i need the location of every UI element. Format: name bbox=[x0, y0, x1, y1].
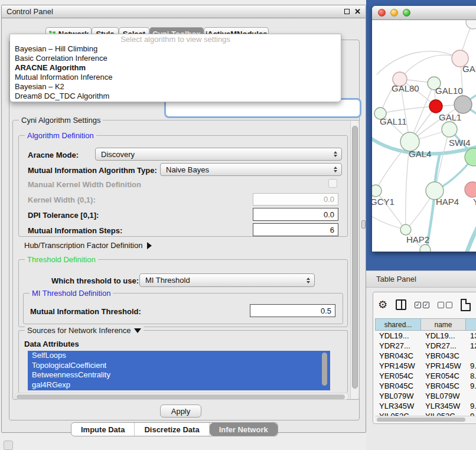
manual-kernel-checkbox[interactable] bbox=[328, 179, 337, 188]
mi-threshold-group-title: MI Threshold Definition bbox=[30, 289, 113, 298]
table-row[interactable]: YBL079WYBL079W bbox=[375, 391, 476, 401]
dpi-tolerance-field[interactable]: 0.0 bbox=[253, 208, 338, 221]
node-table: shared...nameYDL19...YDL19...13YDR27...Y… bbox=[375, 318, 476, 421]
table-row[interactable]: YER054CYER054C8. bbox=[375, 371, 476, 381]
dpi-tolerance-label: DPI Tolerance [0,1]: bbox=[28, 211, 99, 220]
table-row[interactable]: YBR043CYBR043C bbox=[375, 351, 476, 361]
network-node[interactable] bbox=[454, 96, 472, 113]
network-node[interactable] bbox=[400, 224, 411, 235]
table-column-header[interactable] bbox=[466, 318, 476, 331]
algorithm-definition-title: Algorithm Definition bbox=[25, 131, 96, 140]
table-cell: 9. bbox=[466, 381, 476, 391]
checked-boxes-icon[interactable]: ✓✓ bbox=[415, 302, 429, 308]
table-cell: YER054C bbox=[375, 371, 421, 381]
table-panel-title: Table Panel bbox=[376, 275, 416, 283]
data-attribute-item[interactable]: TopologicalCoefficient bbox=[28, 361, 330, 371]
data-attribute-item[interactable]: BetweennessCentrality bbox=[28, 370, 330, 380]
algorithm-option[interactable]: ARACNE Algorithm bbox=[10, 63, 341, 73]
network-node[interactable] bbox=[466, 20, 476, 29]
control-panel-titlebar: Control Panel ✕ bbox=[2, 5, 366, 18]
apply-button[interactable]: Apply bbox=[160, 405, 201, 418]
kernel-width-field[interactable]: 0.0 bbox=[253, 193, 338, 206]
table-cell: YBR043C bbox=[375, 351, 421, 361]
network-node-label: GAL10 bbox=[435, 86, 463, 96]
table-cell: YDR27... bbox=[375, 341, 421, 351]
algorithm-option[interactable]: Dream8 DC_TDC Algorithm bbox=[10, 92, 341, 101]
gear-icon[interactable]: ⚙ bbox=[378, 299, 387, 310]
table-cell: YBR045C bbox=[375, 381, 421, 391]
close-icon[interactable]: ✕ bbox=[354, 8, 361, 15]
table-row[interactable]: YDL19...YDL19...13 bbox=[375, 331, 476, 341]
network-node-label: GAL bbox=[462, 64, 476, 74]
mi-steps-field[interactable]: 6 bbox=[253, 223, 338, 236]
mi-type-label: Mutual Information Algorithm Type: bbox=[28, 166, 157, 175]
algorithm-dropdown-items: Bayesian – Hill ClimbingBasic Correlatio… bbox=[10, 44, 341, 101]
data-attribute-item[interactable]: SelfLoops bbox=[28, 351, 330, 361]
float-window-icon[interactable] bbox=[344, 9, 350, 14]
algorithm-dropdown-list: Select algorithm to view settings Bayesi… bbox=[9, 34, 341, 102]
expand-right-icon bbox=[147, 242, 152, 249]
collapse-down-icon bbox=[134, 328, 141, 333]
settings-vertical-scrollbar[interactable] bbox=[350, 121, 358, 399]
tab-impute-data[interactable]: Impute Data bbox=[71, 423, 135, 436]
unchecked-boxes-icon[interactable] bbox=[438, 302, 452, 308]
tab-infer-network[interactable]: Infer Network bbox=[210, 423, 278, 436]
sources-group-title[interactable]: Sources for Network Inference bbox=[25, 326, 144, 335]
table-cell: YDL19... bbox=[375, 331, 421, 341]
table-column-header[interactable]: shared... bbox=[375, 318, 421, 331]
algorithm-option[interactable]: Basic Correlation Inference bbox=[10, 54, 341, 63]
network-edge bbox=[380, 106, 436, 113]
panel-resize-grip[interactable] bbox=[361, 220, 366, 229]
network-node-label: SWI4 bbox=[449, 138, 471, 148]
table-cell bbox=[466, 391, 476, 401]
mi-type-combo[interactable]: Naive Bayes bbox=[160, 163, 342, 176]
table-row[interactable]: YLR345WYLR345W9. bbox=[375, 401, 476, 411]
data-attribute-item[interactable]: gal4RGexp bbox=[28, 380, 330, 390]
table-cell: YBL079W bbox=[421, 391, 466, 401]
table-row[interactable]: YPR145WYPR145W9. bbox=[375, 361, 476, 371]
document-icon[interactable] bbox=[461, 299, 471, 311]
network-node[interactable] bbox=[465, 182, 476, 197]
mi-threshold-field[interactable]: 0.5 bbox=[250, 304, 335, 317]
network-node[interactable] bbox=[420, 244, 431, 252]
aracne-mode-combo[interactable]: Discovery bbox=[95, 148, 342, 161]
table-row[interactable]: YDR27...YDR27...12 bbox=[375, 341, 476, 351]
column-split-icon[interactable] bbox=[396, 299, 406, 310]
close-traffic-light-icon[interactable] bbox=[378, 9, 386, 17]
table-cell: YLR345W bbox=[421, 401, 466, 411]
table-horizontal-scrollbar[interactable] bbox=[375, 416, 476, 422]
algorithm-option[interactable]: Bayesian – Hill Climbing bbox=[10, 44, 341, 54]
network-canvas[interactable]: GALGAL80GAL10GAL1GAL11SWI4GAL4GCY1HAP4YH… bbox=[372, 20, 476, 252]
mi-threshold-value: 0.5 bbox=[321, 306, 331, 315]
algorithm-option[interactable]: Mutual Information Inference bbox=[10, 73, 341, 82]
which-threshold-label: Which threshold to use: bbox=[51, 276, 139, 285]
which-threshold-combo[interactable]: MI Threshold bbox=[139, 273, 315, 287]
corner-grip[interactable] bbox=[4, 441, 13, 450]
table-row[interactable]: YBR045CYBR045C9. bbox=[375, 381, 476, 391]
mi-steps-value: 6 bbox=[330, 226, 334, 234]
data-attributes-label: Data Attributes bbox=[24, 340, 79, 348]
hub-definition-label: Hub/Transcription Factor Definition bbox=[24, 241, 142, 250]
table-cell: YPR145W bbox=[375, 361, 421, 371]
data-attributes-list[interactable]: SelfLoopsTopologicalCoefficientBetweenne… bbox=[28, 351, 330, 390]
table-cell: YBR043C bbox=[421, 351, 466, 361]
network-node-label: HAP4 bbox=[436, 197, 459, 207]
network-node-label: GAL11 bbox=[380, 116, 407, 126]
settings-horizontal-scrollbar[interactable] bbox=[15, 393, 349, 400]
network-node[interactable] bbox=[442, 122, 457, 137]
table-cell bbox=[466, 351, 476, 361]
apply-label: Apply bbox=[171, 407, 191, 416]
network-node-label: GAL80 bbox=[392, 83, 419, 93]
mi-steps-label: Mutual Information Steps: bbox=[28, 226, 122, 235]
table-column-header[interactable]: name bbox=[421, 318, 466, 331]
algorithm-option[interactable]: Bayesian – K2 bbox=[10, 82, 341, 92]
network-node[interactable] bbox=[372, 185, 382, 197]
threshold-definition-title: Threshold Definition bbox=[25, 255, 98, 264]
attributes-list-scrollbar[interactable] bbox=[321, 351, 328, 390]
network-node[interactable] bbox=[429, 100, 442, 113]
hub-definition-toggle[interactable]: Hub/Transcription Factor Definition bbox=[24, 241, 152, 250]
minimize-traffic-light-icon[interactable] bbox=[390, 9, 398, 17]
aracne-mode-value: Discovery bbox=[101, 150, 135, 159]
zoom-traffic-light-icon[interactable] bbox=[403, 9, 410, 17]
tab-discretize-data[interactable]: Discretize Data bbox=[135, 423, 209, 436]
